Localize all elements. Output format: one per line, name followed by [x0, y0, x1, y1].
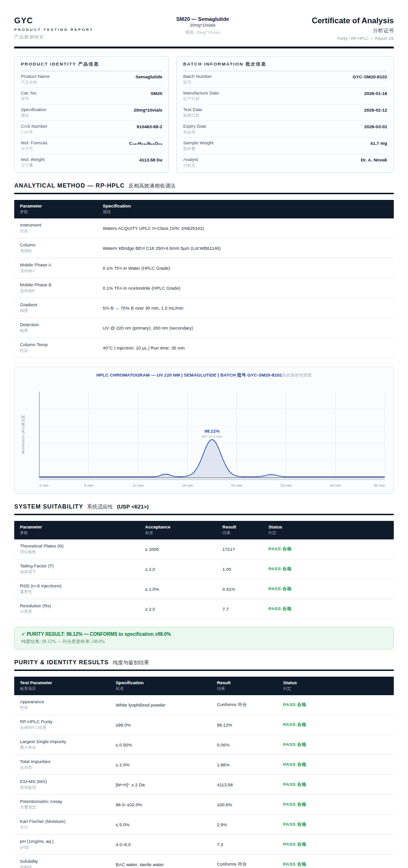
svg-text:20 min: 20 min — [231, 483, 242, 488]
info-label-en: Test Date — [183, 107, 202, 112]
status-badge: PASS 合格 — [269, 546, 388, 552]
info-label: Product Name 产品名称 — [21, 74, 50, 85]
info-label: Cat. No. 货号 — [21, 90, 37, 102]
product-spec-line: 20mg*10vials — [176, 23, 229, 28]
col-status: Status 判定 — [269, 524, 388, 536]
info-value: 20mg*10vials — [134, 107, 162, 113]
svg-text:0 min: 0 min — [39, 483, 49, 488]
col-specification-en: Specification — [116, 680, 217, 685]
section-title-cn: 反相高效液相色谱法 — [129, 182, 176, 189]
section-title: ANALYTICAL METHOD — RP-HPLC — [14, 182, 125, 189]
info-label-cn: 规格 — [21, 113, 46, 119]
cell-test-parameter-en: Karl Fischer (Moisture) — [20, 819, 116, 824]
col-test-parameter: Test Parameter 检测项目 — [20, 680, 116, 692]
table-row: Column 色谱柱 Waters XBridge BEH C18 250×4.… — [14, 238, 394, 258]
cell-parameter-cn: 梯度 — [20, 308, 103, 314]
chromatogram-chart: 0 min5 min10 min15 min20 min25 min30 min… — [19, 380, 389, 491]
info-label-cn: 生产日期 — [183, 96, 219, 102]
cell-result: 1.00 — [223, 566, 269, 572]
cell-parameter: Theoretical Plates (N) 理论板数 — [20, 543, 145, 555]
table-row: Largest Single Impurity 最大单杂 ≤ 0.50% 0.0… — [14, 735, 394, 755]
product-identity-box: PRODUCT IDENTITY 产品信息 Product Name 产品名称 … — [14, 56, 169, 173]
purity-result-banner: ✓ PURITY RESULT: 98.12% — CONFORMS to sp… — [14, 627, 394, 650]
svg-text:15 min: 15 min — [182, 483, 193, 488]
info-label-cn: CAS号 — [21, 130, 47, 135]
cell-parameter-cn: 仪器 — [20, 228, 103, 234]
purity-banner-line2: 纯度结果: 98.12% — 符合质量标准 ≥98.0% — [21, 639, 387, 645]
section-title: SYSTEM SUITABILITY — [14, 503, 83, 510]
info-label-en: Cat. No. — [21, 90, 37, 95]
cell-test-parameter: Potentiometric Assay 含量测定 — [20, 799, 116, 811]
cell-result: 100.6% — [217, 802, 283, 807]
col-status-en: Status — [283, 680, 388, 685]
col-acceptance-cn: 标准 — [145, 530, 223, 536]
info-value: 4113.58 Da — [139, 157, 162, 162]
cell-specification: 98.0–102.0% — [116, 802, 217, 807]
section-title-cn: 纯度与鉴别结果 — [112, 659, 149, 666]
cell-specification: 40°C | Injection: 10 μL | Run time: 35 m… — [103, 345, 388, 350]
purity-banner-line1: ✓ PURITY RESULT: 98.12% — CONFORMS to sp… — [21, 632, 387, 637]
info-value: Dr. A. Novak — [361, 157, 387, 162]
status-badge: PASS 合格 — [269, 566, 388, 572]
purity-table: Test Parameter 检测项目 Specification 标准 Res… — [14, 677, 394, 868]
svg-text:Absorbance (AU) 吸光度: Absorbance (AU) 吸光度 — [21, 415, 25, 454]
cell-parameter-cn: 色谱柱 — [20, 248, 103, 254]
cell-acceptance: ≥ 2000 — [145, 547, 223, 552]
status-badge: PASS 合格 — [283, 722, 388, 728]
info-label-cn: 分子量 — [21, 163, 45, 169]
info-value: 2028-03-02 — [364, 123, 387, 129]
product-identity-title: PRODUCT IDENTITY 产品信息 — [21, 61, 162, 71]
cell-specification: 4.0–8.0 — [116, 842, 217, 847]
info-label-en: Batch Number — [183, 74, 212, 79]
cell-parameter: Detection 检测 — [20, 322, 103, 334]
cell-acceptance: ≤ 2.0 — [145, 566, 223, 572]
cell-parameter-en: Gradient — [20, 302, 103, 307]
info-label: Specification 规格 — [21, 107, 46, 119]
col-result-cn: 结果 — [223, 530, 269, 536]
col-specification: Specification 标准 — [116, 680, 217, 692]
table-row: Mobile Phase A 流动相A 0.1% TFA in Water (H… — [14, 258, 394, 278]
suitability-table-body: Theoretical Plates (N) 理论板数 ≥ 2000 17217… — [14, 539, 394, 619]
info-label: Test Date 检测日期 — [183, 107, 202, 119]
cell-specification: UV @ 220 nm (primary), 280 nm (secondary… — [103, 325, 388, 330]
batch-information-title: BATCH INFORMATION 批次信息 — [183, 61, 387, 71]
col-test-parameter-cn: 检测项目 — [20, 686, 116, 692]
title-block: Certificate of Analysis 分析证书 Purity / RP… — [312, 16, 394, 41]
info-label-cn: 分子式 — [21, 146, 47, 152]
info-label: CAS Number CAS号 — [21, 123, 47, 135]
table-row: ESI-MS (M/z) 质谱鉴别 [M+H]⁺ ± 2 Da 4113.58 … — [14, 775, 394, 795]
info-row: Manufacture Date 生产日期 2026-01-18 — [183, 88, 387, 104]
info-row: CAS Number CAS号 910463-68-2 — [21, 121, 162, 138]
col-result: Result 结果 — [223, 524, 269, 536]
table-row: Resolution (Rs) 分离度 ≥ 2.0 7.7 PASS 合格 — [14, 599, 394, 619]
cell-acceptance: ≥ 2.0 — [145, 606, 223, 612]
cell-specification: White lyophilized powder — [116, 702, 217, 708]
info-label: Analyst 分析员 — [183, 157, 198, 169]
cell-test-parameter-en: Total Impurities — [20, 759, 116, 764]
cell-parameter-en: Column — [20, 242, 103, 247]
chromatogram-title: HPLC CHROMATOGRAM — UV 220 NM | SEMAGLUT… — [19, 372, 389, 378]
method-table: Parameter 参数 Specification 规格 Instrument… — [14, 200, 394, 358]
cell-test-parameter: RP-HPLC Purity 反相HPLC纯度 — [20, 719, 116, 731]
cell-test-parameter-en: RP-HPLC Purity — [20, 719, 116, 724]
cell-result: 7.3 — [217, 842, 283, 847]
product-spec-cn-line: 规格: 20mg*10vials — [176, 29, 229, 36]
cell-specification: Waters XBridge BEH C18 250×4.6mm 5μm (Lo… — [103, 245, 388, 251]
table-row: Karl Fischer (Moisture) 水分 ≤ 5.0% 2.9% P… — [14, 815, 394, 835]
info-label-cn: 分析员 — [183, 163, 198, 169]
document-title: Certificate of Analysis — [312, 16, 394, 25]
suitability-table: Parameter 参数 Acceptance 标准 Result 结果 Sta… — [14, 521, 394, 619]
cell-specification: [M+H]⁺ ± 2 Da — [116, 782, 217, 787]
status-badge: PASS 合格 — [269, 606, 388, 612]
status-badge: PASS 合格 — [283, 762, 388, 768]
col-status-en: Status — [269, 524, 388, 529]
cell-test-parameter-cn: pH值 — [20, 845, 116, 850]
cell-result: 98.12% — [217, 722, 283, 727]
info-label-cn: 批号 — [183, 80, 212, 85]
cell-parameter-cn: 拖尾因子 — [20, 569, 145, 575]
info-row: Product Name 产品名称 Semaglutide — [21, 71, 162, 88]
cell-parameter-cn: 柱温 — [20, 348, 103, 354]
cell-test-parameter-cn: 质谱鉴别 — [20, 785, 116, 791]
col-acceptance: Acceptance 标准 — [145, 524, 223, 536]
info-label: Expiry Date 有效期 — [183, 123, 206, 135]
